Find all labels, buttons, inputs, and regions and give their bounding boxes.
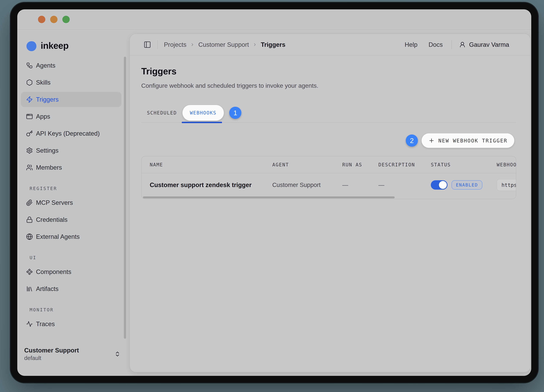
breadcrumb-customer-support[interactable]: Customer Support (198, 41, 249, 48)
chevron-right-icon (190, 42, 195, 47)
sidebar-item-label: Settings (36, 147, 59, 154)
cell-run-as: — (342, 182, 378, 188)
cell-status: ENABLED (431, 180, 497, 190)
panel-left-toggle-icon[interactable] (143, 41, 151, 48)
sidebar-item-label: Skills (36, 79, 51, 86)
column-header-status: STATUS (431, 162, 497, 167)
header-divider (157, 40, 158, 49)
new-webhook-trigger-label: NEW WEBHOOK TRIGGER (438, 138, 508, 143)
sidebar-item-members[interactable]: Members (21, 160, 121, 175)
component-icon (26, 268, 33, 275)
sidebar-item-external-agents[interactable]: External Agents (21, 229, 121, 244)
sidebar-item-api-keys[interactable]: API Keys (Deprecated) (21, 126, 121, 141)
sidebar-item-label: Artifacts (36, 285, 59, 292)
status-badge: ENABLED (451, 180, 482, 190)
user-name: Gaurav Varma (469, 41, 509, 48)
breadcrumb-projects[interactable]: Projects (164, 41, 186, 48)
sidebar-scrollbar[interactable] (124, 57, 126, 339)
chevron-right-icon (253, 42, 257, 47)
breadcrumb: Projects Customer Support Triggers (164, 41, 285, 48)
sidebar-item-apps[interactable]: Apps (21, 109, 121, 124)
key-icon (26, 130, 33, 137)
header-divider (451, 40, 452, 49)
sidebar-item-label: MCP Servers (36, 199, 73, 206)
annotation-badge-1: 1 (229, 107, 241, 119)
sidebar-item-label: Apps (36, 113, 50, 120)
sidebar-item-label: Credentials (36, 216, 68, 223)
page-title: Triggers (141, 66, 516, 77)
sidebar-item-traces[interactable]: Traces (21, 316, 121, 332)
sidebar-item-label: Traces (36, 321, 55, 327)
sidebar: inkeep Agents Skills Triggers Apps (17, 30, 130, 376)
docs-link[interactable]: Docs (429, 41, 443, 48)
cell-trigger-name: Customer support zendesk trigger (150, 181, 272, 189)
window-titlebar (17, 9, 531, 30)
toggle-knob (439, 181, 447, 189)
cell-agent: Customer Support (272, 182, 342, 188)
sidebar-item-settings[interactable]: Settings (21, 143, 121, 158)
sidebar-section-monitor: MONITOR (30, 307, 130, 313)
user-menu[interactable]: Gaurav Varma (459, 41, 509, 48)
sidebar-section-ui: UI (30, 255, 130, 261)
help-link[interactable]: Help (405, 41, 418, 48)
sidebar-item-label: Triggers (36, 96, 59, 103)
new-webhook-trigger-button[interactable]: NEW WEBHOOK TRIGGER (422, 133, 514, 148)
tab-webhooks[interactable]: WEBHOOKS (183, 105, 224, 121)
gear-icon (26, 147, 33, 154)
sidebar-item-artifacts[interactable]: Artifacts (21, 281, 121, 297)
traffic-light-zoom[interactable] (62, 16, 70, 23)
project-switcher[interactable]: Customer Support default (17, 346, 130, 376)
workflow-icon (26, 62, 33, 69)
page-content: Triggers Configure webhook and scheduled… (130, 56, 530, 372)
sidebar-item-components[interactable]: Components (21, 264, 121, 279)
page-description: Configure webhook and scheduled triggers… (141, 82, 516, 89)
sidebar-item-label: Members (36, 164, 62, 171)
tabs-underline (141, 122, 516, 123)
inkeep-logo: inkeep (24, 39, 130, 53)
user-icon (459, 41, 466, 48)
table-header-row: NAME AGENT RUN AS DESCRIPTION STATUS WEB… (142, 156, 516, 173)
column-header-webhook: WEBHOO (497, 162, 516, 167)
cell-description: — (378, 182, 431, 188)
table-row[interactable]: Customer support zendesk trigger Custome… (142, 173, 516, 196)
app-window: inkeep Agents Skills Triggers Apps (17, 9, 531, 376)
sidebar-item-skills[interactable]: Skills (21, 75, 121, 90)
sidebar-item-label: External Agents (36, 233, 80, 240)
active-tab-indicator (182, 122, 222, 123)
library-icon (26, 285, 33, 292)
table-actions: 2 NEW WEBHOOK TRIGGER (141, 133, 516, 148)
zap-icon (26, 96, 33, 103)
chevrons-up-down-icon (114, 351, 121, 357)
sidebar-nav: Agents Skills Triggers Apps API Keys (De… (17, 58, 130, 333)
column-header-description: DESCRIPTION (378, 162, 431, 167)
project-name: Customer Support (24, 346, 79, 354)
project-environment: default (24, 354, 79, 362)
tabs: SCHEDULED WEBHOOKS 1 (141, 105, 516, 121)
traffic-light-minimize[interactable] (50, 16, 58, 23)
sidebar-item-label: API Keys (Deprecated) (36, 130, 100, 137)
scrollbar-thumb[interactable] (143, 196, 395, 198)
traffic-light-close[interactable] (38, 16, 45, 23)
table-horizontal-scrollbar[interactable] (142, 196, 516, 199)
cell-webhook-url: https (497, 179, 516, 191)
sidebar-item-label: Components (36, 268, 71, 275)
sidebar-item-agents[interactable]: Agents (21, 58, 121, 73)
tab-scheduled[interactable]: SCHEDULED (141, 110, 183, 116)
sidebar-item-label: Agents (36, 62, 55, 69)
activity-icon (26, 321, 33, 327)
inkeep-logo-icon (24, 39, 38, 53)
plus-icon (428, 137, 435, 144)
column-header-name: NAME (150, 162, 272, 167)
sidebar-item-mcp-servers[interactable]: MCP Servers (21, 195, 121, 210)
annotation-badge-2: 2 (406, 135, 418, 147)
main-panel: Projects Customer Support Triggers Help … (130, 34, 531, 372)
sidebar-item-triggers[interactable]: Triggers (21, 92, 121, 107)
breadcrumb-triggers: Triggers (261, 41, 285, 48)
webhook-url-chip[interactable]: https (497, 179, 516, 191)
header-actions: Help Docs Gaurav Varma (394, 40, 509, 49)
lock-icon (26, 216, 33, 223)
sidebar-item-credentials[interactable]: Credentials (21, 212, 121, 227)
status-toggle[interactable] (431, 180, 448, 190)
panel-header: Projects Customer Support Triggers Help … (130, 34, 530, 56)
app-window-icon (26, 113, 33, 120)
